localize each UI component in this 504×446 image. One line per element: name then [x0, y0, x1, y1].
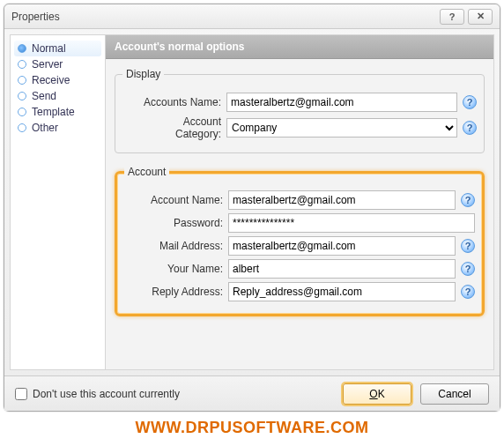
radio-icon — [18, 123, 26, 132]
mail-address-label: Mail Address: — [124, 240, 223, 252]
window-title: Properties — [11, 11, 436, 23]
mail-address-row: Mail Address: ? — [124, 236, 475, 256]
main-panel: Account's normal options Display Account… — [105, 34, 494, 370]
help-icon[interactable]: ? — [461, 285, 475, 299]
password-row: Password: — [124, 213, 475, 233]
your-name-row: Your Name: ? — [124, 259, 475, 279]
sidebar-item-label: Normal — [32, 42, 66, 55]
sidebar-item-server[interactable]: Server — [14, 56, 101, 72]
sidebar-item-label: Other — [32, 122, 58, 134]
password-label: Password: — [124, 217, 223, 229]
sidebar-item-template[interactable]: Template — [14, 104, 101, 120]
account-category-label: AccountCategory: — [122, 115, 221, 140]
sidebar-item-normal[interactable]: Normal — [14, 41, 101, 56]
account-category-row: AccountCategory: Company ? — [122, 115, 477, 140]
mail-address-input[interactable] — [228, 236, 456, 256]
dialog-footer: Don't use this account currently OK Canc… — [4, 375, 500, 411]
help-button[interactable]: ? — [440, 9, 464, 25]
help-icon[interactable]: ? — [461, 193, 475, 207]
account-legend: Account — [124, 166, 169, 178]
watermark: WWW.DRPUSOFTWARE.COM — [0, 419, 504, 437]
your-name-label: Your Name: — [124, 263, 223, 275]
close-button[interactable]: ✕ — [468, 9, 493, 25]
radio-icon — [18, 92, 26, 100]
accounts-name-row: Accounts Name: ? — [122, 93, 477, 112]
sidebar-item-send[interactable]: Send — [14, 88, 101, 104]
accounts-name-label: Accounts Name: — [122, 96, 221, 108]
dont-use-label: Don't use this account currently — [33, 388, 180, 400]
reply-address-label: Reply Address: — [124, 286, 223, 298]
titlebar: Properties ? ✕ — [4, 4, 500, 29]
dont-use-checkbox-row[interactable]: Don't use this account currently — [15, 388, 334, 400]
accounts-name-input[interactable] — [226, 93, 457, 112]
help-icon[interactable]: ? — [463, 121, 477, 135]
sidebar-item-other[interactable]: Other — [14, 120, 101, 136]
account-group: Account Account Name: ? Password: Mail A… — [115, 166, 485, 316]
display-group: Display Accounts Name: ? AccountCategory… — [115, 68, 485, 153]
sidebar-item-label: Send — [32, 90, 56, 102]
radio-icon — [18, 60, 26, 69]
sidebar-item-label: Server — [32, 58, 63, 71]
ok-text: K — [378, 388, 385, 400]
sidebar-item-label: Template — [32, 106, 75, 118]
panel-content: Display Accounts Name: ? AccountCategory… — [106, 59, 493, 369]
account-name-input[interactable] — [228, 190, 456, 210]
properties-dialog: Properties ? ✕ Normal Server Receive Sen… — [4, 4, 500, 412]
radio-icon — [18, 76, 26, 85]
password-input[interactable] — [228, 213, 475, 233]
radio-icon — [18, 44, 26, 53]
account-name-label: Account Name: — [124, 194, 223, 206]
help-icon[interactable]: ? — [461, 239, 475, 253]
your-name-input[interactable] — [228, 259, 456, 279]
display-legend: Display — [122, 68, 164, 80]
help-icon[interactable]: ? — [461, 262, 475, 276]
reply-address-input[interactable] — [228, 282, 456, 301]
help-icon[interactable]: ? — [463, 95, 477, 109]
ok-button[interactable]: OK — [343, 383, 411, 405]
dont-use-checkbox[interactable] — [15, 388, 27, 400]
panel-header: Account's normal options — [106, 35, 493, 59]
sidebar-item-label: Receive — [32, 74, 70, 86]
sidebar-item-receive[interactable]: Receive — [14, 72, 101, 88]
account-name-row: Account Name: ? — [124, 190, 475, 210]
cancel-button[interactable]: Cancel — [420, 383, 489, 405]
sidebar: Normal Server Receive Send Template Othe… — [10, 34, 105, 370]
reply-address-row: Reply Address: ? — [124, 282, 475, 301]
radio-icon — [18, 108, 26, 116]
account-category-select[interactable]: Company — [226, 118, 457, 138]
dialog-body: Normal Server Receive Send Template Othe… — [4, 29, 500, 375]
